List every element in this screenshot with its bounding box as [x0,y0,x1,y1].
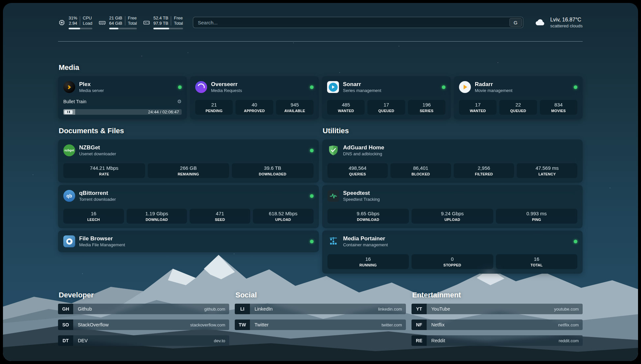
stat-label: PING [532,217,541,222]
service-card-radarr[interactable]: Radarr Movie management 17WANTED 22QUEUE… [454,76,583,119]
stat-tile: 196SERIES [408,100,445,115]
service-card-speedtest[interactable]: Speedtest Speedtest Tracking 9.65 GbpsDO… [322,185,583,228]
section-title-entertainment: Entertainment [412,291,583,299]
now-playing-title: Bullet Train [63,99,86,104]
section-title-social: Social [235,291,406,299]
service-subtitle: Torrent downloader [79,197,116,202]
stat-tile: 17QUEUED [367,100,405,115]
bookmark-reddit[interactable]: RE Reddit reddit.com [412,335,583,346]
status-online-dot [310,240,314,243]
stat-tile: 471SEED [190,209,250,224]
stat-tile: 498,564QUERIES [327,163,388,178]
adguard-icon [327,144,339,156]
cpu-icon [58,19,66,26]
stat-tile: 618.52 MbpsUPLOAD [253,209,314,224]
bookmark-github[interactable]: GH Github github.com [58,304,229,314]
service-subtitle: Media Requests [211,88,242,93]
service-card-qbittorrent[interactable]: qb qBittorrent Torrent downloader 16LEEC… [58,185,319,228]
bookmark-name: Github [78,306,92,312]
bookmark-group-social: Social LI LinkedIn linkedin.com TW Twitt… [235,291,406,346]
stat-label: SERIES [420,108,434,113]
section-utilities: Utilities [322,127,583,274]
stat-value: 498,564 [349,165,366,171]
bookmark-youtube[interactable]: YT YouTube youtube.com [412,304,583,314]
divider [125,16,125,25]
stat-label: WANTED [338,108,354,113]
weather-location: Lviv, 16.87°C [550,16,583,23]
stat-tile: 86,401BLOCKED [390,163,451,178]
search-bar[interactable]: G [193,17,523,28]
pause-button[interactable] [64,110,73,114]
stat-label: APPROVED [244,108,265,113]
section-title-developer: Developer [59,291,229,299]
stat-label: REMAINING [178,172,199,176]
bookmark-abbr: GH [58,304,73,314]
stat-value: 86,401 [413,165,428,171]
search-input[interactable] [193,17,508,28]
disk-progress-track [153,28,183,29]
bookmark-abbr: LI [235,304,250,314]
bookmark-abbr: TW [235,319,250,330]
service-subtitle: Media File Management [79,242,125,248]
bookmark-twitter[interactable]: TW Twitter twitter.com [235,319,406,330]
header-divider [58,41,583,42]
bookmark-netflix[interactable]: NF Netflix netflix.com [412,319,583,330]
service-subtitle: Speedtest Tracking [343,197,380,202]
stat-tile: 945AVAILABLE [276,100,314,115]
service-card-sonarr[interactable]: Sonarr Series management 485WANTED 17QUE… [322,76,451,119]
cpu-loadavg-value: 2.94 [69,21,77,26]
stat-value: 266 GB [180,165,197,171]
service-subtitle: Media server [79,88,104,93]
service-card-filebrowser[interactable]: File Browser Media File Management [58,230,319,252]
stat-value: 40 [252,102,257,108]
dashboard-screen: 31% 2.94 CPU Load [3,3,638,361]
bookmark-url: stackoverflow.com [190,322,225,327]
sonarr-icon [327,81,339,93]
weather-condition: scattered clouds [550,23,583,29]
service-title: Plex [79,81,104,88]
ram-progress-track [109,28,137,29]
stat-tile: 16TOTAL [496,254,578,269]
stat-label: UPLOAD [444,217,460,222]
stat-tile: 16RUNNING [327,254,409,269]
service-subtitle: Container management [343,242,388,248]
weather-widget[interactable]: Lviv, 16.87°C scattered clouds [534,16,583,29]
stat-value: 16 [91,211,96,217]
cloud-icon [534,17,546,27]
service-title: Radarr [475,81,512,88]
bookmark-url: netflix.com [558,322,579,327]
bookmark-url: twitter.com [382,322,402,327]
disk-progress-fill [153,28,169,29]
cpu-progress-fill [69,28,80,29]
search-engine-button[interactable]: G [509,18,522,27]
ram-total-label: Total [128,21,137,26]
service-card-portainer[interactable]: Media Portainer Container management 16R… [322,230,583,274]
bookmark-url: youtube.com [554,307,579,312]
bookmark-dev[interactable]: DT DEV dev.to [58,335,229,346]
bookmark-name: StackOverflow [78,322,108,327]
stat-value: 47.569 ms [535,165,559,171]
radarr-icon [459,81,471,93]
ram-stat: 21 GiB 64 GiB Free Total [98,15,137,29]
disk-stat: 52.4 TB 97.9 TB Free Total [143,15,183,29]
playback-progress-bar[interactable]: 24:44 / 02:06:47 [63,109,182,115]
settings-gear-icon[interactable]: ⚙ [177,99,182,105]
service-card-overseerr[interactable]: Overseerr Media Requests 21PENDING 40APP… [190,76,319,119]
stat-label: LATENCY [538,172,556,176]
disk-icon [143,19,150,26]
cpu-usage-value: 31% [69,15,77,21]
section-title-media: Media [59,63,583,72]
service-card-plex[interactable]: Plex Media server Bullet Train ⚙ 24:44 /… [58,76,187,119]
bookmark-stackoverflow[interactable]: SO StackOverflow stackoverflow.com [58,319,229,330]
section-title-utilities: Utilities [323,127,583,135]
bookmark-linkedin[interactable]: LI LinkedIn linkedin.com [235,304,406,314]
portainer-icon [327,235,339,247]
service-card-adguard[interactable]: AdGuard Home DNS and adblocking 498,564Q… [322,139,583,183]
service-card-nzbget[interactable]: nzbget NZBGet Usenet downloader 744.21 M… [58,139,319,183]
stat-label: DOWNLOAD [357,217,379,222]
section-title-documents: Documents & Files [59,127,319,135]
service-title: File Browser [79,235,125,242]
status-online-dot [310,149,314,152]
service-title: Speedtest [343,190,380,197]
stat-value: 17 [383,102,389,108]
